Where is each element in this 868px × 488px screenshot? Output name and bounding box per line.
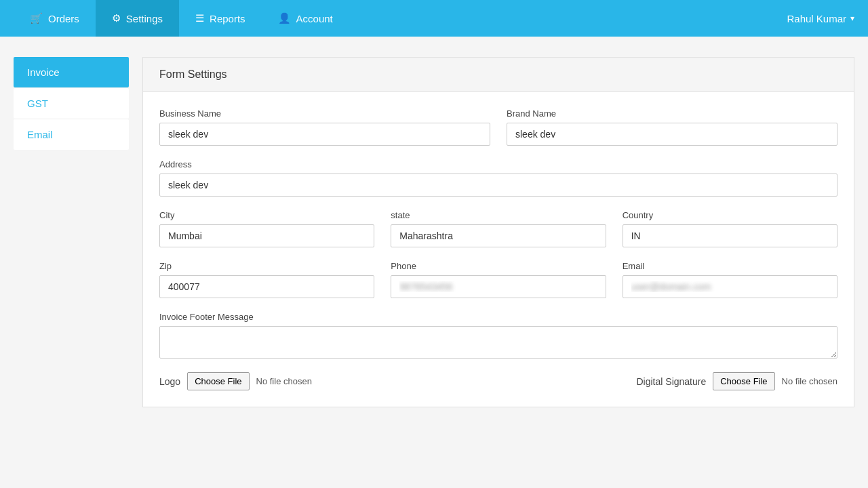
nav-reports[interactable]: Reports (179, 0, 262, 37)
logo-label: Logo (159, 376, 180, 387)
group-business-name: Business Name (159, 108, 490, 146)
address-input[interactable] (159, 174, 837, 197)
sidebar-item-invoice[interactable]: Invoice (14, 57, 129, 87)
nav-account[interactable]: Account (262, 0, 349, 37)
footer-message-input[interactable] (159, 326, 837, 359)
sidebar-item-gst[interactable]: GST (14, 87, 129, 119)
nav-orders-label: Orders (48, 13, 79, 24)
group-state: state (391, 210, 606, 247)
main-content: Form Settings Business Name Brand Name A… (142, 57, 854, 407)
brand-name-input[interactable] (507, 123, 837, 146)
gear-icon (112, 12, 121, 24)
nav-orders[interactable]: Orders (14, 0, 96, 37)
zip-label: Zip (159, 261, 374, 271)
email-input[interactable] (623, 275, 837, 298)
row-city-state-country: City state Country (159, 210, 837, 247)
chevron-down-icon: ▾ (850, 14, 854, 23)
group-footer-message: Invoice Footer Message (159, 312, 837, 359)
nav-reports-label: Reports (210, 13, 245, 24)
navbar: Orders Settings Reports Account Rahul Ku… (0, 0, 868, 37)
nav-account-label: Account (296, 13, 333, 24)
digital-sig-label: Digital Signature (637, 376, 707, 387)
state-input[interactable] (391, 224, 606, 247)
row-business-brand: Business Name Brand Name (159, 108, 837, 146)
sidebar-gst-label: GST (27, 98, 48, 109)
group-logo-file: Logo Choose File No file chosen (159, 372, 312, 390)
row-file-inputs: Logo Choose File No file chosen Digital … (159, 372, 837, 390)
country-input[interactable] (623, 224, 837, 247)
logo-choose-file-button[interactable]: Choose File (187, 372, 249, 390)
digital-sig-no-file: No file chosen (782, 376, 837, 386)
sidebar: Invoice GST Email (14, 57, 129, 407)
nav-settings-label: Settings (126, 13, 163, 24)
nav-settings[interactable]: Settings (96, 0, 179, 37)
main-layout: Invoice GST Email Form Settings Business… (0, 37, 868, 428)
row-zip-phone-email: Zip Phone Email (159, 261, 837, 298)
email-label: Email (623, 261, 837, 271)
zip-input[interactable] (159, 275, 374, 298)
nav-links: Orders Settings Reports Account (14, 0, 349, 37)
address-label: Address (159, 159, 837, 169)
group-digital-sig-file: Digital Signature Choose File No file ch… (637, 372, 838, 390)
table-icon (195, 12, 204, 24)
form-header-title: Form Settings (159, 68, 227, 80)
logo-no-file: No file chosen (256, 376, 312, 386)
footer-message-label: Invoice Footer Message (159, 312, 837, 322)
group-zip: Zip (159, 261, 374, 298)
group-email: Email (623, 261, 837, 298)
group-country: Country (623, 210, 837, 247)
city-label: City (159, 210, 374, 220)
sidebar-invoice-label: Invoice (27, 66, 60, 78)
city-input[interactable] (159, 224, 374, 247)
digital-sig-choose-file-button[interactable]: Choose File (713, 372, 774, 390)
brand-name-label: Brand Name (507, 108, 837, 119)
country-label: Country (623, 210, 837, 220)
business-name-label: Business Name (159, 108, 490, 119)
sidebar-email-label: Email (27, 129, 53, 140)
form-body: Business Name Brand Name Address City (143, 92, 854, 407)
row-address: Address (159, 159, 837, 197)
business-name-input[interactable] (159, 123, 490, 146)
cart-icon (30, 12, 43, 24)
group-brand-name: Brand Name (507, 108, 837, 146)
username: Rahul Kumar (787, 13, 846, 24)
phone-input[interactable] (391, 275, 606, 298)
phone-label: Phone (391, 261, 606, 271)
person-icon (278, 12, 291, 24)
row-footer-message: Invoice Footer Message (159, 312, 837, 359)
group-city: City (159, 210, 374, 247)
group-address: Address (159, 159, 837, 197)
state-label: state (391, 210, 606, 220)
form-settings-header: Form Settings (143, 58, 854, 92)
user-menu[interactable]: Rahul Kumar ▾ (787, 13, 854, 24)
sidebar-item-email[interactable]: Email (14, 119, 129, 150)
group-phone: Phone (391, 261, 606, 298)
